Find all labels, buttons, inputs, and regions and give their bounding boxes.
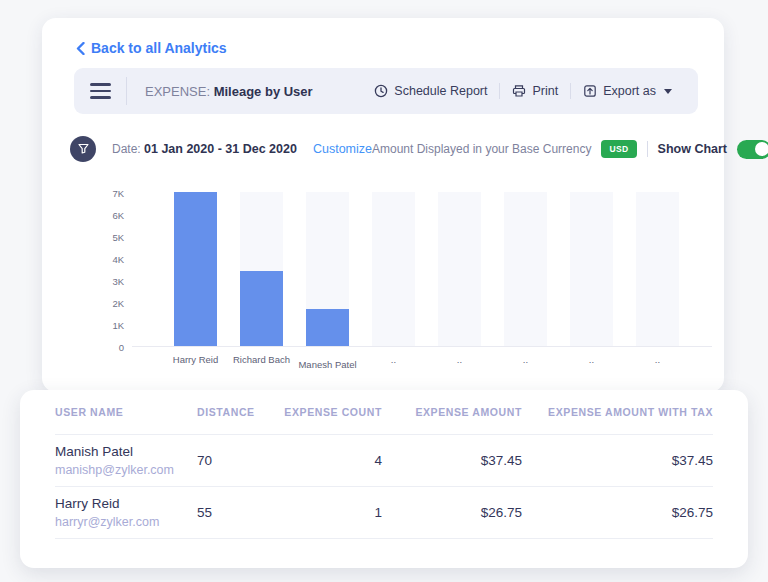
chart-plot-area: [132, 193, 712, 347]
x-axis-label: ..: [372, 354, 415, 365]
user-email: manishp@zylker.com: [55, 463, 197, 477]
user-cell: Manish Patelmanishp@zylker.com: [55, 444, 197, 477]
hamburger-menu-icon[interactable]: [74, 83, 126, 99]
x-axis-label: Harry Reid: [174, 354, 217, 365]
distance-value: 55: [197, 505, 257, 520]
x-axis-label: ..: [636, 354, 679, 365]
column-header-distance: DISTANCE: [197, 406, 257, 418]
filter-button[interactable]: [70, 136, 96, 162]
x-axis-label: Manesh Patel: [306, 354, 349, 365]
column-header-expense-amount: EXPENSE AMOUNT: [382, 406, 522, 418]
chart-column: [570, 192, 613, 346]
chart-y-axis: 7K6K5K4K3K2K1K0: [98, 193, 132, 347]
user-cell: Harry Reidharryr@zylker.com: [55, 496, 197, 529]
filter-separator: [647, 141, 648, 157]
filter-row: Date: 01 Jan 2020 - 31 Dec 2020 Customiz…: [70, 135, 702, 163]
chart-column: [504, 192, 547, 346]
currency-badge: USD: [601, 140, 636, 158]
chevron-left-icon: [76, 42, 85, 55]
y-tick-label: 0: [119, 342, 124, 353]
column-header-expense-amount-with-tax: EXPENSE AMOUNT WITH TAX: [522, 406, 713, 418]
back-link-label: Back to all Analytics: [91, 40, 227, 56]
table-body: Manish Patelmanishp@zylker.com704$37.45$…: [55, 434, 713, 539]
expense-amount-value: $26.75: [382, 505, 522, 520]
report-name-label: Mileage by User: [214, 84, 313, 99]
bar-harry-reid[interactable]: [174, 192, 217, 346]
distance-value: 70: [197, 453, 257, 468]
table-row: Manish Patelmanishp@zylker.com704$37.45$…: [55, 434, 713, 486]
y-tick-label: 5K: [112, 232, 124, 243]
analytics-report-card: Back to all Analytics EXPENSE: Mileage b…: [42, 18, 724, 392]
toolbar-actions: Schedule Report Print Export as: [362, 83, 698, 99]
chart-column: [372, 192, 415, 346]
report-title: EXPENSE: Mileage by User: [145, 84, 313, 99]
y-tick-label: 4K: [112, 254, 124, 265]
y-tick-label: 6K: [112, 210, 124, 221]
chevron-down-icon: [664, 89, 672, 94]
chart-column: [636, 192, 679, 346]
print-label: Print: [532, 84, 558, 98]
expense-amount-with-tax-value: $26.75: [522, 505, 713, 520]
y-tick-label: 7K: [112, 188, 124, 199]
user-name: Harry Reid: [55, 496, 197, 511]
table-row: Harry Reidharryr@zylker.com551$26.75$26.…: [55, 486, 713, 539]
schedule-report-label: Schedule Report: [394, 84, 487, 98]
column-header-user-name: USER NAME: [55, 406, 197, 418]
expense-amount-with-tax-value: $37.45: [522, 453, 713, 468]
date-label: Date:: [112, 142, 141, 156]
toolbar-divider: [126, 77, 127, 105]
mileage-bar-chart: 7K6K5K4K3K2K1K0 Harry ReidRichard BachMa…: [98, 193, 712, 365]
date-range-display: Date: 01 Jan 2020 - 31 Dec 2020: [112, 142, 297, 156]
table-header-row: USER NAMEDISTANCEEXPENSE COUNTEXPENSE AM…: [55, 390, 713, 434]
column-header-expense-count: EXPENSE COUNT: [257, 406, 382, 418]
printer-icon: [512, 84, 526, 98]
bar-manesh-patel[interactable]: [306, 309, 349, 346]
date-range-value: 01 Jan 2020 - 31 Dec 2020: [144, 142, 297, 156]
chart-column: [438, 192, 481, 346]
export-icon: [583, 84, 597, 98]
toggle-knob: [755, 142, 768, 156]
expense-count-value: 1: [257, 505, 382, 520]
x-axis-label: ..: [570, 354, 613, 365]
y-tick-label: 2K: [112, 298, 124, 309]
print-button[interactable]: Print: [500, 84, 570, 98]
y-tick-label: 1K: [112, 320, 124, 331]
filter-right-group: Amount Displayed in your Base Currency U…: [372, 140, 768, 159]
export-as-label: Export as: [603, 84, 656, 98]
x-axis-label: ..: [438, 354, 481, 365]
expense-count-value: 4: [257, 453, 382, 468]
user-name: Manish Patel: [55, 444, 197, 459]
back-to-analytics-link[interactable]: Back to all Analytics: [76, 40, 227, 56]
x-axis-label: ..: [504, 354, 547, 365]
y-tick-label: 3K: [112, 276, 124, 287]
schedule-report-button[interactable]: Schedule Report: [362, 84, 499, 98]
funnel-icon: [78, 140, 89, 158]
show-chart-label: Show Chart: [658, 142, 727, 156]
user-email: harryr@zylker.com: [55, 515, 197, 529]
chart-column: [174, 192, 217, 346]
report-table-card: USER NAMEDISTANCEEXPENSE COUNTEXPENSE AM…: [20, 390, 748, 568]
expense-amount-value: $37.45: [382, 453, 522, 468]
customize-link[interactable]: Customize: [313, 142, 372, 156]
bar-richard-bach[interactable]: [240, 271, 283, 346]
chart-column: [240, 192, 283, 346]
x-axis-label: Richard Bach: [240, 354, 283, 365]
clock-icon: [374, 84, 388, 98]
show-chart-toggle[interactable]: [737, 140, 768, 159]
base-currency-note: Amount Displayed in your Base Currency: [372, 142, 591, 156]
export-as-button[interactable]: Export as: [571, 84, 684, 98]
report-toolbar: EXPENSE: Mileage by User Schedule Report…: [74, 68, 698, 114]
report-type-label: EXPENSE:: [145, 84, 210, 99]
chart-x-axis-labels: Harry ReidRichard BachManesh Patel......…: [98, 354, 712, 365]
chart-column: [306, 192, 349, 346]
